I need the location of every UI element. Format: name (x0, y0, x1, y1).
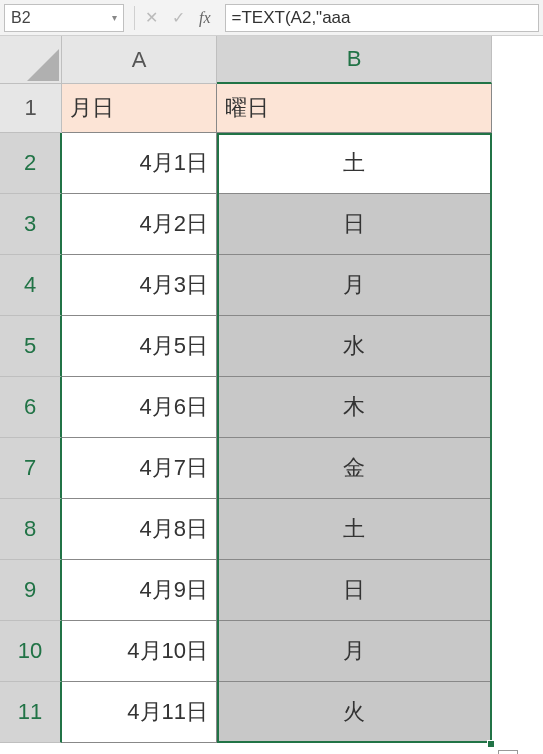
cell-b4-value: 月 (343, 270, 365, 300)
row-header-6[interactable]: 6 (0, 377, 62, 438)
cell-b10[interactable]: 月 (217, 621, 492, 682)
cell-a3-value: 4月2日 (140, 209, 208, 239)
cell-b6[interactable]: 木 (217, 377, 492, 438)
cell-b2[interactable]: 土 (217, 133, 492, 194)
cell-a9[interactable]: 4月9日 (62, 560, 217, 621)
row-header-2[interactable]: 2 (0, 133, 62, 194)
formula-input[interactable]: =TEXT(A2,"aaa (225, 4, 539, 32)
row-header-8[interactable]: 8 (0, 499, 62, 560)
cell-b4[interactable]: 月 (217, 255, 492, 316)
cell-b9-value: 日 (343, 575, 365, 605)
formula-text: =TEXT(A2,"aaa (232, 8, 351, 28)
cell-b7-value: 金 (343, 453, 365, 483)
cancel-icon[interactable]: ✕ (145, 8, 158, 27)
row-header-3[interactable]: 3 (0, 194, 62, 255)
cell-a4[interactable]: 4月3日 (62, 255, 217, 316)
cell-b3[interactable]: 日 (217, 194, 492, 255)
cell-a5[interactable]: 4月5日 (62, 316, 217, 377)
fx-icon[interactable]: fx (199, 9, 211, 27)
divider (134, 6, 135, 30)
cell-a6-value: 4月6日 (140, 392, 208, 422)
cell-a11[interactable]: 4月11日 (62, 682, 217, 743)
cell-b8-value: 土 (343, 514, 365, 544)
cell-b5[interactable]: 水 (217, 316, 492, 377)
accept-icon[interactable]: ✓ (172, 8, 185, 27)
cell-b7[interactable]: 金 (217, 438, 492, 499)
fill-handle[interactable] (487, 740, 495, 748)
cell-b9[interactable]: 日 (217, 560, 492, 621)
cell-a10[interactable]: 4月10日 (62, 621, 217, 682)
row-header-5[interactable]: 5 (0, 316, 62, 377)
name-box-value: B2 (11, 9, 31, 27)
cell-b3-value: 日 (343, 209, 365, 239)
cell-b1[interactable]: 曜日 (217, 84, 492, 133)
column-header-a[interactable]: A (62, 36, 217, 84)
cell-a3[interactable]: 4月2日 (62, 194, 217, 255)
cell-b10-value: 月 (343, 636, 365, 666)
cell-b11[interactable]: 火 (217, 682, 492, 743)
cell-b1-value: 曜日 (225, 93, 269, 123)
spreadsheet-grid: A B 1 月日 曜日 2 4月1日 土 3 4月2日 日 4 4月3日 月 5… (0, 36, 543, 743)
cell-a4-value: 4月3日 (140, 270, 208, 300)
formula-bar: B2 ▾ ✕ ✓ fx =TEXT(A2,"aaa (0, 0, 543, 36)
cell-b6-value: 木 (343, 392, 365, 422)
row-header-11[interactable]: 11 (0, 682, 62, 743)
select-all-corner[interactable] (0, 36, 62, 84)
cell-a8[interactable]: 4月8日 (62, 499, 217, 560)
cell-a10-value: 4月10日 (127, 636, 208, 666)
cell-b8[interactable]: 土 (217, 499, 492, 560)
cell-a7[interactable]: 4月7日 (62, 438, 217, 499)
name-box-dropdown-icon[interactable]: ▾ (112, 12, 117, 23)
name-box[interactable]: B2 ▾ (4, 4, 124, 32)
cell-a5-value: 4月5日 (140, 331, 208, 361)
auto-fill-options-button[interactable]: ▦ (498, 750, 518, 754)
row-header-4[interactable]: 4 (0, 255, 62, 316)
row-header-7[interactable]: 7 (0, 438, 62, 499)
formula-bar-icons: ✕ ✓ fx (145, 8, 211, 27)
cell-a8-value: 4月8日 (140, 514, 208, 544)
cell-a6[interactable]: 4月6日 (62, 377, 217, 438)
row-header-1[interactable]: 1 (0, 84, 62, 133)
cell-a2[interactable]: 4月1日 (62, 133, 217, 194)
cell-a1-value: 月日 (70, 93, 114, 123)
row-header-10[interactable]: 10 (0, 621, 62, 682)
column-header-b[interactable]: B (217, 36, 492, 84)
cell-b5-value: 水 (343, 331, 365, 361)
cell-b11-value: 火 (343, 697, 365, 727)
cell-a2-value: 4月1日 (140, 148, 208, 178)
cell-b2-value: 土 (343, 148, 365, 178)
cell-a11-value: 4月11日 (127, 697, 208, 727)
cell-a7-value: 4月7日 (140, 453, 208, 483)
cell-a1[interactable]: 月日 (62, 84, 217, 133)
row-header-9[interactable]: 9 (0, 560, 62, 621)
cell-a9-value: 4月9日 (140, 575, 208, 605)
